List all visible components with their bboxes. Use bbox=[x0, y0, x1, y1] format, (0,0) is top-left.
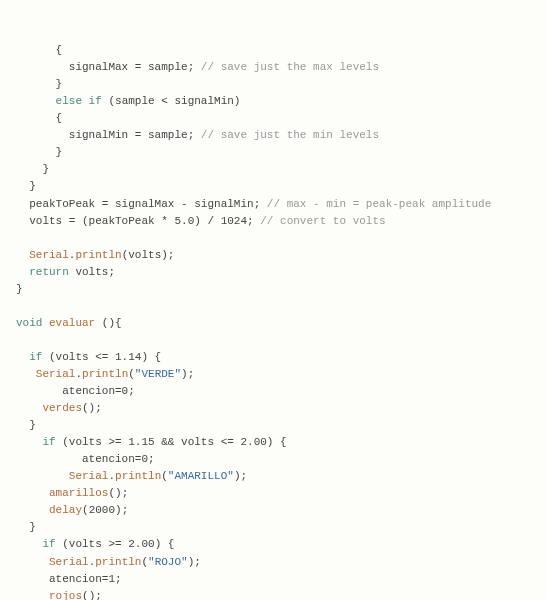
code-line: atencion=0; bbox=[16, 385, 135, 397]
function: println bbox=[82, 368, 128, 380]
code-line: verdes(); bbox=[16, 402, 102, 414]
code-line: Serial.println(volts); bbox=[16, 249, 174, 261]
function: verdes bbox=[42, 402, 82, 414]
function: println bbox=[115, 470, 161, 482]
comment: // max - min = peak-peak amplitude bbox=[267, 198, 491, 210]
keyword: if bbox=[42, 538, 55, 550]
code-line: void evaluar (){ bbox=[16, 317, 122, 329]
function: evaluar bbox=[49, 317, 95, 329]
code-line: volts = (peakToPeak * 5.0) / 1024; // co… bbox=[16, 215, 386, 227]
code-line: } bbox=[16, 419, 36, 431]
comment: // save just the max levels bbox=[201, 61, 379, 73]
code-line: atencion=1; bbox=[16, 573, 122, 585]
comment: // save just the min levels bbox=[201, 129, 379, 141]
keyword: if bbox=[29, 351, 42, 363]
code-block: { signalMax = sample; // save just the m… bbox=[16, 42, 530, 600]
code-line: } bbox=[16, 180, 36, 192]
code-line: amarillos(); bbox=[16, 487, 128, 499]
string: "ROJO" bbox=[148, 556, 188, 568]
code-line: Serial.println("VERDE"); bbox=[16, 368, 194, 380]
keyword: return bbox=[29, 266, 69, 278]
object: Serial bbox=[69, 470, 109, 482]
code-line: if (volts >= 1.15 && volts <= 2.00) { bbox=[16, 436, 287, 448]
code-line: } bbox=[16, 283, 23, 295]
code-line: if (volts >= 2.00) { bbox=[16, 538, 174, 550]
function: amarillos bbox=[49, 487, 108, 499]
function: println bbox=[95, 556, 141, 568]
code-line: } bbox=[16, 163, 49, 175]
keyword: else if bbox=[56, 95, 102, 107]
function: println bbox=[75, 249, 121, 261]
code-line: if (volts <= 1.14) { bbox=[16, 351, 161, 363]
object: Serial bbox=[29, 249, 69, 261]
code-line: { bbox=[16, 44, 62, 56]
code-line: { bbox=[16, 112, 62, 124]
code-line: delay(2000); bbox=[16, 504, 128, 516]
code-line: atencion=0; bbox=[16, 453, 155, 465]
comment: // convert to volts bbox=[260, 215, 385, 227]
function: rojos bbox=[49, 590, 82, 600]
object: Serial bbox=[36, 368, 76, 380]
code-line: signalMin = sample; // save just the min… bbox=[16, 129, 379, 141]
keyword: if bbox=[42, 436, 55, 448]
code-line: return volts; bbox=[16, 266, 115, 278]
code-line: rojos(); bbox=[16, 590, 102, 600]
code-line: } bbox=[16, 146, 62, 158]
function: delay bbox=[49, 504, 82, 516]
code-line: } bbox=[16, 521, 36, 533]
code-line: peakToPeak = signalMax - signalMin; // m… bbox=[16, 198, 491, 210]
code-line: signalMax = sample; // save just the max… bbox=[16, 61, 379, 73]
string: "AMARILLO" bbox=[168, 470, 234, 482]
code-line: } bbox=[16, 78, 62, 90]
string: "VERDE" bbox=[135, 368, 181, 380]
code-line: Serial.println("AMARILLO"); bbox=[16, 470, 247, 482]
code-line: Serial.println("ROJO"); bbox=[16, 556, 201, 568]
code-line: else if (sample < signalMin) bbox=[16, 95, 240, 107]
keyword: void bbox=[16, 317, 42, 329]
object: Serial bbox=[49, 556, 89, 568]
